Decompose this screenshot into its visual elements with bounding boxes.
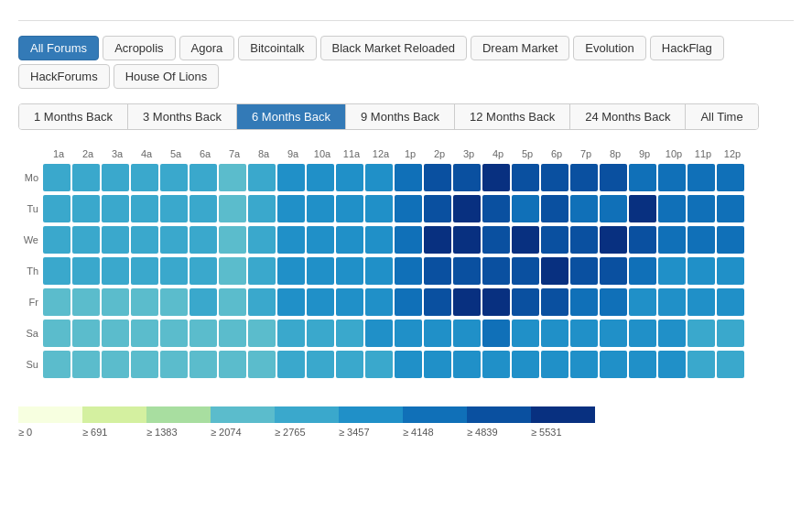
- hour-label: 10a: [308, 148, 337, 159]
- legend-color-cell: [146, 406, 211, 423]
- time-tab[interactable]: 12 Months Back: [455, 104, 570, 129]
- time-tab[interactable]: 1 Months Back: [19, 104, 128, 129]
- hour-label: 9a: [278, 148, 308, 159]
- time-tab[interactable]: 3 Months Back: [128, 104, 237, 129]
- legend-label: ≥ 2765: [275, 427, 339, 438]
- heatmap-grid: 1a2a3a4a5a6a7a8a9a10a11a12a1p2p3p4p5p6p7…: [18, 148, 747, 381]
- day-label: We: [18, 234, 42, 245]
- heatmap-cell: [541, 195, 568, 222]
- time-tab[interactable]: 24 Months Back: [570, 104, 686, 129]
- day-label: Su: [18, 359, 42, 370]
- forum-tab[interactable]: House Of Lions: [114, 64, 220, 89]
- heatmap-cell: [219, 351, 246, 378]
- day-label: Tu: [18, 203, 42, 214]
- heatmap-cell: [453, 226, 481, 254]
- heatmap-cell: [102, 320, 129, 347]
- heatmap-cell: [541, 164, 568, 191]
- heatmap-cell: [482, 164, 510, 191]
- day-label: Th: [18, 266, 42, 276]
- hour-label: 9p: [630, 148, 659, 159]
- legend-color-cell: [403, 406, 467, 423]
- heatmap-cell: [248, 351, 276, 378]
- heatmap-cell: [307, 288, 334, 316]
- heatmap-cell: [72, 226, 100, 254]
- heatmap-cell: [131, 195, 158, 222]
- heatmap-rows: MoTuWeThFrSaSu: [18, 163, 747, 379]
- heatmap-cell: [453, 164, 481, 191]
- hour-label: 10p: [659, 148, 688, 159]
- heatmap-cell: [277, 320, 305, 347]
- heatmap-cell: [629, 351, 656, 378]
- heatmap-cell: [336, 257, 363, 285]
- legend-label: ≥ 4839: [467, 427, 531, 438]
- heatmap-cell: [131, 226, 158, 254]
- heatmap-cell: [336, 195, 363, 222]
- forum-tab[interactable]: All Forums: [18, 36, 99, 60]
- heatmap-cell: [365, 164, 393, 191]
- heatmap-row: Mo: [18, 163, 747, 192]
- heatmap-cell: [336, 288, 363, 316]
- hour-label: 12p: [718, 148, 747, 159]
- heatmap-cell: [365, 257, 393, 285]
- legend: ≥ 0≥ 691≥ 1383≥ 2074≥ 2765≥ 3457≥ 4148≥ …: [18, 396, 794, 438]
- time-tabs: 1 Months Back3 Months Back6 Months Back9…: [18, 103, 759, 130]
- legend-color-cell: [82, 406, 146, 423]
- forum-tab[interactable]: Dream Market: [471, 36, 569, 60]
- heatmap-cell: [277, 351, 305, 378]
- heatmap-cell: [307, 195, 334, 222]
- heatmap-cell: [541, 320, 568, 347]
- forum-tab[interactable]: HackFlag: [650, 36, 724, 60]
- heatmap-row: Su: [18, 350, 747, 379]
- heatmap-cell: [72, 320, 100, 347]
- heatmap-cell: [102, 195, 129, 222]
- heatmap-row: Th: [18, 256, 747, 286]
- forum-tab[interactable]: Black Market Reloaded: [320, 36, 467, 60]
- legend-label: ≥ 1383: [146, 427, 211, 438]
- heatmap-cell: [43, 320, 70, 347]
- legend-label: ≥ 2074: [211, 427, 275, 438]
- heatmap-cell: [658, 226, 686, 254]
- time-tab[interactable]: All Time: [686, 104, 757, 129]
- heatmap-cell: [336, 226, 363, 254]
- heatmap-cell: [541, 226, 568, 254]
- time-tab[interactable]: 6 Months Back: [237, 104, 346, 129]
- heatmap-cell: [189, 226, 217, 254]
- heatmap-cell: [102, 351, 129, 378]
- heatmap-cell: [160, 195, 188, 222]
- legend-label: ≥ 5531: [531, 427, 595, 438]
- forum-tab[interactable]: Bitcointalk: [238, 36, 316, 60]
- heatmap-cell: [424, 320, 451, 347]
- heatmap-cell: [570, 195, 598, 222]
- heatmap-cell: [336, 320, 363, 347]
- heatmap-cell: [570, 288, 598, 316]
- heatmap-cell: [687, 226, 715, 254]
- heatmap-cell: [189, 288, 217, 316]
- forum-tab[interactable]: Agora: [179, 36, 235, 60]
- heatmap-cell: [160, 288, 188, 316]
- hour-labels: 1a2a3a4a5a6a7a8a9a10a11a12a1p2p3p4p5p6p7…: [44, 148, 747, 159]
- legend-color-cell: [275, 406, 339, 423]
- heatmap-cell: [658, 164, 686, 191]
- forum-tab[interactable]: Acropolis: [103, 36, 175, 60]
- heatmap-cell: [687, 195, 715, 222]
- heatmap-cell: [248, 288, 276, 316]
- heatmap-cell: [600, 320, 627, 347]
- hour-label: 1a: [44, 148, 73, 159]
- heatmap-cell: [102, 257, 129, 285]
- heatmap-cell: [482, 320, 510, 347]
- heatmap-cell: [160, 164, 188, 191]
- time-tab[interactable]: 9 Months Back: [346, 104, 455, 129]
- heatmap-cell: [570, 320, 598, 347]
- forum-tab[interactable]: HackForums: [18, 64, 110, 89]
- hour-label: 8a: [249, 148, 278, 159]
- heatmap-cell: [570, 164, 598, 191]
- forum-tab[interactable]: Evolution: [573, 36, 645, 60]
- heatmap-cell: [72, 195, 100, 222]
- heatmap-cell: [541, 257, 568, 285]
- heatmap-cell: [687, 257, 715, 285]
- heatmap-cell: [219, 320, 246, 347]
- heatmap-cell: [43, 257, 70, 285]
- heatmap-cell: [717, 351, 744, 378]
- heatmap-cell: [600, 164, 627, 191]
- heatmap-cell: [219, 164, 246, 191]
